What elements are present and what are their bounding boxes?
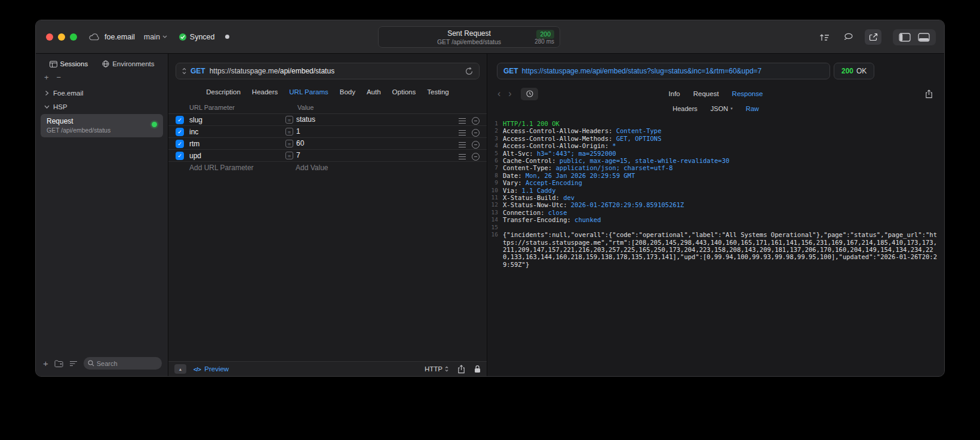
protocol-selector[interactable]: HTTP (425, 365, 448, 373)
request-tab-body[interactable]: Body (340, 88, 355, 96)
history-forward-button[interactable]: › (508, 89, 511, 99)
chevron-right-icon[interactable] (45, 90, 50, 96)
chevron-down-icon: ▾ (730, 106, 733, 110)
request-url-bar[interactable]: GET https://statuspage.me/api/embed/stat… (176, 63, 480, 79)
response-nav: ‹ › InfoRequestResponse (487, 87, 944, 101)
param-value-cell[interactable]: 1 (296, 127, 300, 136)
request-tab-options[interactable]: Options (392, 88, 416, 96)
row-options-icon[interactable] (459, 142, 466, 147)
history-clock-button[interactable] (521, 88, 538, 100)
line-content (503, 224, 938, 231)
sort-requests-icon[interactable] (816, 29, 832, 45)
response-line: 14Transfer-Encoding: chunked (487, 216, 938, 223)
constant-value-icon: = (285, 152, 293, 159)
param-enabled-checkbox[interactable]: ✓ (176, 140, 184, 148)
share-response-icon[interactable] (925, 90, 933, 99)
param-value-cell[interactable]: 60 (296, 139, 304, 147)
param-enabled-checkbox[interactable]: ✓ (176, 152, 184, 160)
request-tab-description[interactable]: Description (206, 88, 241, 96)
add-param-row[interactable]: Add URL Parameter Add Value (168, 162, 487, 174)
toggle-bottom-panel-icon[interactable] (918, 33, 930, 42)
minimize-window-button[interactable] (58, 33, 65, 41)
tree-item-foe-email[interactable]: Foe.email (36, 86, 168, 100)
row-options-icon[interactable] (459, 130, 466, 136)
param-name-cell[interactable]: upd (189, 152, 201, 160)
remove-row-icon[interactable] (472, 129, 480, 137)
code-icon: </> (193, 366, 201, 373)
project-name[interactable]: foe.email (105, 33, 135, 41)
share-icon[interactable] (457, 365, 465, 374)
add-value-placeholder[interactable]: Add Value (296, 164, 328, 172)
export-panel-icon[interactable] (865, 29, 881, 45)
line-content: Transfer-Encoding: chunked (503, 216, 938, 223)
chevron-down-icon[interactable] (45, 104, 50, 110)
line-number: 9 (487, 179, 498, 186)
close-window-button[interactable] (46, 33, 53, 41)
row-options-icon[interactable] (459, 154, 466, 159)
sidebar-request-item[interactable]: Request GET /api/embed/status (41, 114, 163, 137)
request-method[interactable]: GET (191, 67, 205, 75)
toggle-sidebar-icon[interactable] (899, 33, 911, 42)
tree-item-hsp[interactable]: HSP (36, 100, 168, 113)
response-subtab-headers[interactable]: Headers (672, 105, 698, 112)
param-value-cell[interactable]: 7 (296, 151, 300, 159)
remove-row-icon[interactable] (472, 141, 480, 149)
search-input[interactable] (84, 357, 162, 370)
param-name-cell[interactable]: slug (189, 116, 202, 124)
response-tab-response[interactable]: Response (732, 90, 763, 97)
add-request-button[interactable]: + (43, 358, 48, 368)
status-code: 200 (841, 67, 853, 75)
response-tab-info[interactable]: Info (669, 90, 680, 97)
remove-row-icon[interactable] (472, 117, 480, 125)
response-subtab-json[interactable]: JSON▾ (711, 105, 733, 112)
request-tab-testing[interactable]: Testing (427, 88, 448, 96)
environments-icon (102, 60, 109, 67)
response-tab-request[interactable]: Request (693, 90, 719, 97)
remove-row-icon[interactable] (472, 153, 480, 161)
line-content: Alt-Svc: h3=":443"; ma=2592000 (503, 150, 938, 157)
request-item-title: Request (47, 117, 157, 125)
method-selector-icon[interactable] (182, 67, 186, 75)
add-folder-icon[interactable] (54, 360, 63, 367)
app-window: foe.email main Synced Sent Request GET /… (35, 20, 945, 377)
line-number: 3 (487, 135, 498, 142)
resend-request-icon[interactable] (465, 67, 473, 75)
response-line: 11X-Status-Build: dev (487, 194, 938, 201)
line-content: {"incidents":null,"overall":{"code":"ope… (503, 231, 938, 268)
param-enabled-checkbox[interactable]: ✓ (176, 116, 184, 124)
row-options-icon[interactable] (459, 118, 466, 124)
response-body[interactable]: 1HTTP/1.1 200 OK2Access-Control-Allow-He… (487, 120, 944, 376)
param-value-cell[interactable]: status (296, 115, 315, 124)
tab-environments[interactable]: Environments (102, 60, 154, 67)
zoom-window-button[interactable] (70, 33, 77, 41)
response-line: 6Cache-Control: public, max-age=15, stal… (487, 157, 938, 164)
line-content: Cache-Control: public, max-age=15, stale… (503, 157, 938, 164)
history-back-button[interactable]: ‹ (497, 89, 500, 99)
sent-request-panel[interactable]: Sent Request GET /api/embed/status 200 2… (378, 26, 560, 48)
request-tab-auth[interactable]: Auth (367, 88, 381, 96)
tab-sessions[interactable]: Sessions (50, 60, 88, 67)
response-tabs: InfoRequestResponse (669, 90, 763, 97)
response-line: 1HTTP/1.1 200 OK (487, 120, 938, 127)
add-param-placeholder[interactable]: Add URL Parameter (189, 164, 254, 172)
param-name-cell[interactable]: inc (189, 128, 198, 136)
request-url[interactable]: https://statuspage.me/api/embed/status (210, 67, 334, 75)
response-line: 4Access-Control-Allow-Origin: * (487, 142, 938, 149)
line-content: X-Status-Now-Utc: 2026-01-26T20:29:59.85… (503, 201, 938, 208)
param-name-cell[interactable]: rtm (189, 140, 199, 148)
sent-method: GET (503, 67, 518, 75)
param-enabled-checkbox[interactable]: ✓ (176, 128, 184, 136)
preview-button[interactable]: </> Preview (193, 365, 229, 373)
request-tab-headers[interactable]: Headers (252, 88, 278, 96)
response-subtab-raw[interactable]: Raw (746, 105, 759, 112)
request-tab-url-params[interactable]: URL Params (289, 88, 328, 96)
sent-request-url[interactable]: GET https://statuspage.me/api/embed/stat… (497, 63, 830, 79)
lasso-tool-icon[interactable] (840, 29, 857, 45)
tree-item-label: Foe.email (53, 90, 84, 97)
branch-selector[interactable]: main (144, 33, 167, 41)
add-session-button[interactable]: + (44, 73, 49, 82)
sort-list-icon[interactable] (69, 361, 78, 367)
remove-session-button[interactable]: − (57, 73, 62, 82)
sync-status[interactable]: Synced (179, 33, 215, 41)
expand-panel-button[interactable]: ▲ (174, 364, 186, 374)
